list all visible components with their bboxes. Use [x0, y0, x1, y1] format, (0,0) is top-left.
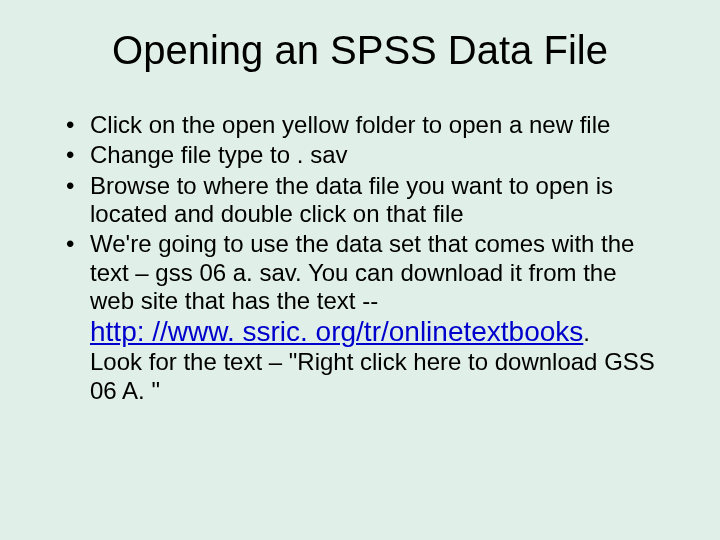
list-item: Click on the open yellow folder to open … [66, 111, 660, 139]
list-item: Browse to where the data file you want t… [66, 172, 660, 229]
slide: Opening an SPSS Data File Click on the o… [0, 0, 720, 540]
bullet-text: Click on the open yellow folder to open … [90, 111, 610, 138]
period: . [583, 319, 590, 346]
bullet-list: Click on the open yellow folder to open … [50, 111, 670, 405]
bullet-text: Change file type to . sav [90, 141, 347, 168]
bullet-text: Look for the text – "Right click here to… [90, 348, 655, 403]
bullet-text: We're going to use the data set that com… [90, 230, 634, 314]
slide-title: Opening an SPSS Data File [50, 28, 670, 73]
list-item: We're going to use the data set that com… [66, 230, 660, 405]
download-link[interactable]: http: //www. ssric. org/tr/onlinetextboo… [90, 316, 583, 347]
bullet-text: Browse to where the data file you want t… [90, 172, 613, 227]
list-item: Change file type to . sav [66, 141, 660, 169]
